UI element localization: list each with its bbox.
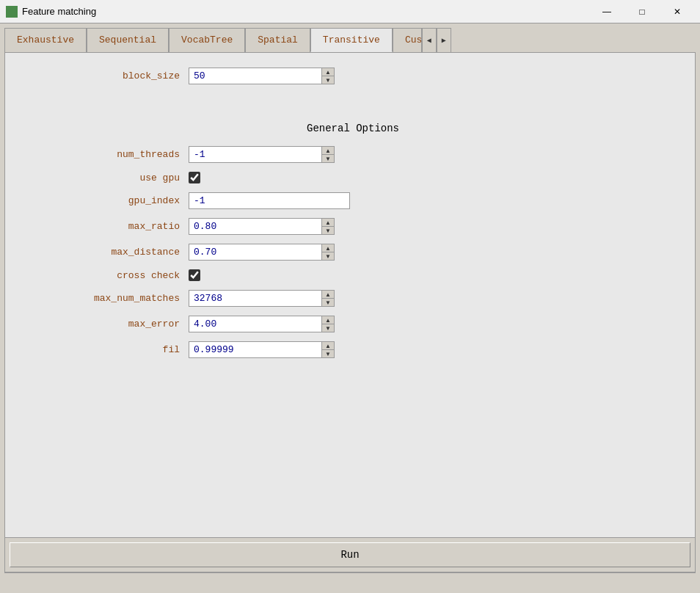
tab-custom[interactable]: Cus	[393, 28, 422, 52]
gpu-index-row: gpu_index	[27, 192, 679, 209]
max-ratio-up-button[interactable]: ▲	[322, 219, 334, 227]
run-button[interactable]: Run	[10, 542, 690, 567]
max-num-matches-input[interactable]	[189, 291, 321, 306]
max-num-matches-down-button[interactable]: ▼	[322, 299, 334, 306]
max-ratio-spinner-buttons: ▲ ▼	[321, 219, 334, 234]
block-size-label: block_size	[27, 70, 189, 81]
max-distance-input[interactable]	[189, 244, 321, 260]
block-size-up-button[interactable]: ▲	[322, 68, 334, 76]
num-threads-down-button[interactable]: ▼	[322, 155, 334, 162]
max-num-matches-row: max_num_matches ▲ ▼	[27, 290, 679, 307]
window-controls: — □ ✕	[590, 1, 694, 22]
gpu-index-input[interactable]	[189, 192, 350, 209]
max-error-spinner-buttons: ▲ ▼	[321, 316, 334, 332]
max-distance-up-button[interactable]: ▲	[322, 244, 334, 252]
max-error-input[interactable]	[189, 316, 321, 332]
minimize-button[interactable]: —	[590, 1, 624, 22]
fil-spinbox[interactable]: ▲ ▼	[189, 341, 335, 358]
use-gpu-label: use gpu	[27, 172, 189, 183]
tab-exhaustive[interactable]: Exhaustive	[4, 28, 87, 52]
max-ratio-input[interactable]	[189, 219, 321, 234]
fil-input[interactable]	[189, 342, 321, 357]
app-icon	[6, 6, 18, 18]
num-threads-row: num_threads ▲ ▼	[27, 146, 679, 163]
tab-vocabtree[interactable]: VocabTree	[169, 28, 245, 52]
max-ratio-down-button[interactable]: ▼	[322, 227, 334, 234]
max-distance-row: max_distance ▲ ▼	[27, 244, 679, 261]
max-distance-spinner-buttons: ▲ ▼	[321, 244, 334, 260]
max-error-label: max_error	[27, 319, 189, 330]
tab-spatial[interactable]: Spatial	[245, 28, 310, 52]
block-size-input[interactable]	[189, 68, 321, 84]
max-num-matches-spinbox[interactable]: ▲ ▼	[189, 290, 335, 307]
fil-up-button[interactable]: ▲	[322, 342, 334, 350]
num-threads-label: num_threads	[27, 149, 189, 160]
max-ratio-spinbox[interactable]: ▲ ▼	[189, 218, 335, 235]
main-window: Exhaustive Sequential VocabTree Spatial …	[0, 23, 700, 593]
block-size-spinbox[interactable]: ▲ ▼	[189, 68, 335, 84]
num-threads-spinbox[interactable]: ▲ ▼	[189, 146, 335, 163]
cross-check-checkbox[interactable]	[189, 269, 200, 281]
max-distance-down-button[interactable]: ▼	[322, 252, 334, 260]
max-num-matches-spinner-buttons: ▲ ▼	[321, 291, 334, 306]
window-title: Feature matching	[22, 6, 590, 17]
separator-1	[27, 93, 679, 108]
use-gpu-checkbox[interactable]	[189, 172, 200, 183]
cross-check-row: cross check	[27, 269, 679, 281]
close-button[interactable]: ✕	[660, 1, 694, 22]
max-error-spinbox[interactable]: ▲ ▼	[189, 316, 335, 332]
fil-row: fil ▲ ▼	[27, 341, 679, 358]
fil-spinner-buttons: ▲ ▼	[321, 342, 334, 357]
block-size-row: block_size ▲ ▼	[27, 68, 679, 84]
maximize-button[interactable]: □	[625, 1, 659, 22]
max-distance-spinbox[interactable]: ▲ ▼	[189, 244, 335, 261]
max-distance-label: max_distance	[27, 247, 189, 258]
max-num-matches-label: max_num_matches	[27, 293, 189, 304]
tab-next-button[interactable]: ▶	[437, 28, 451, 52]
max-num-matches-up-button[interactable]: ▲	[322, 291, 334, 299]
fil-down-button[interactable]: ▼	[322, 350, 334, 357]
gpu-index-label: gpu_index	[27, 195, 189, 206]
title-bar: Feature matching — □ ✕	[0, 0, 700, 23]
tab-sequential[interactable]: Sequential	[87, 28, 169, 52]
max-error-up-button[interactable]: ▲	[322, 316, 334, 324]
tabs-container: Exhaustive Sequential VocabTree Spatial …	[4, 28, 696, 52]
num-threads-spinner-buttons: ▲ ▼	[321, 147, 334, 162]
scrollable-content[interactable]: block_size ▲ ▼ General Options num_threa…	[5, 53, 695, 537]
cross-check-label: cross check	[27, 270, 189, 281]
status-bar	[4, 572, 696, 589]
num-threads-input[interactable]	[189, 147, 321, 162]
tab-prev-button[interactable]: ◀	[422, 28, 437, 52]
use-gpu-row: use gpu	[27, 172, 679, 183]
tab-transitive[interactable]: Transitive	[310, 28, 393, 52]
num-threads-up-button[interactable]: ▲	[322, 147, 334, 155]
max-error-row: max_error ▲ ▼	[27, 316, 679, 332]
content-area: block_size ▲ ▼ General Options num_threa…	[4, 52, 696, 572]
max-ratio-label: max_ratio	[27, 221, 189, 232]
block-size-down-button[interactable]: ▼	[322, 76, 334, 84]
max-error-down-button[interactable]: ▼	[322, 324, 334, 332]
section-header-general: General Options	[27, 123, 679, 134]
run-area: Run	[5, 537, 695, 572]
fil-label: fil	[27, 344, 189, 355]
block-size-spinner-buttons: ▲ ▼	[321, 68, 334, 84]
max-ratio-row: max_ratio ▲ ▼	[27, 218, 679, 235]
